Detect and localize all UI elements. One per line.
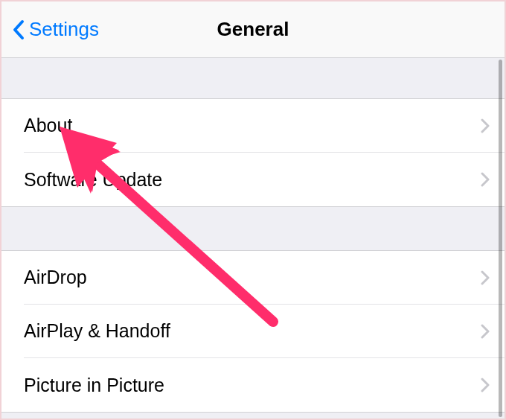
list-item-label: Software Update [24, 169, 162, 191]
section-gap [1, 58, 505, 98]
back-button-label: Settings [29, 18, 99, 41]
navigation-bar: Settings General [1, 1, 505, 58]
list-item-picture-in-picture[interactable]: Picture in Picture [1, 358, 505, 412]
chevron-left-icon [12, 19, 25, 40]
list-item-airplay-handoff[interactable]: AirPlay & Handoff [1, 305, 505, 358]
chevron-right-icon [481, 378, 490, 392]
list-item-label: Picture in Picture [24, 375, 164, 396]
list-item-software-update[interactable]: Software Update [1, 153, 505, 206]
back-button[interactable]: Settings [12, 18, 99, 41]
list-item-airdrop[interactable]: AirDrop [1, 251, 505, 305]
chevron-right-icon [481, 324, 490, 339]
section-gap [1, 207, 505, 250]
page-title: General [217, 18, 289, 41]
chevron-right-icon [481, 172, 490, 187]
scrollbar[interactable] [499, 60, 502, 417]
list-item-about[interactable]: About [1, 99, 505, 153]
chevron-right-icon [481, 270, 490, 285]
list-item-label: AirPlay & Handoff [24, 320, 170, 342]
list-item-label: About [24, 115, 72, 136]
chevron-right-icon [481, 118, 490, 133]
list-item-label: AirDrop [24, 267, 87, 288]
list-group: AirDrop AirPlay & Handoff Picture in Pic… [1, 250, 505, 413]
list-group: About Software Update [1, 98, 505, 207]
